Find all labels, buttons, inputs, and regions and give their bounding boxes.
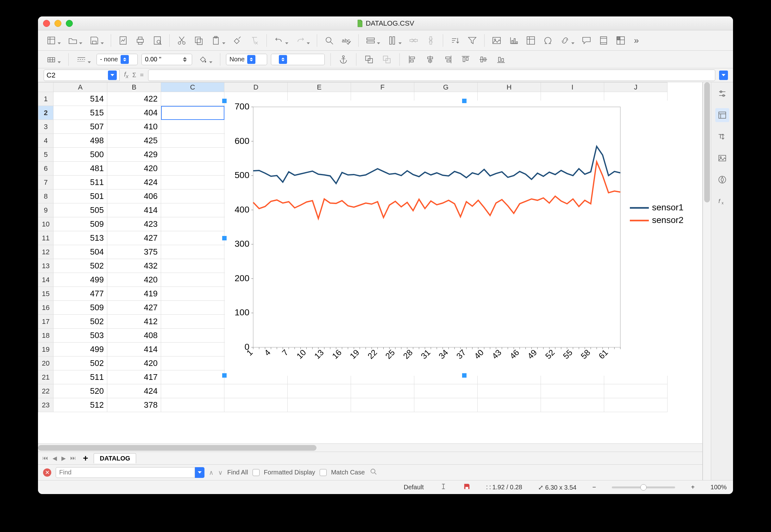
cell-A5[interactable]: 500 [53,148,107,162]
cell-B12[interactable]: 375 [107,245,161,259]
row-header-1[interactable]: 1 [38,92,53,106]
sheet-tab-datalog[interactable]: DATALOG [94,453,136,463]
row-header-7[interactable]: 7 [38,176,53,189]
print-preview-button[interactable] [150,34,164,47]
equals-button[interactable]: = [140,71,144,79]
cell-G22[interactable] [414,384,478,398]
align-left-button[interactable] [406,53,420,66]
find-prev-button[interactable]: ∧ [209,469,214,476]
cell-C7[interactable] [161,176,224,189]
column-header-A[interactable]: A [53,83,107,92]
column-header-G[interactable]: G [414,83,478,92]
align-center-button[interactable] [423,53,437,66]
resize-handle-n[interactable] [462,99,467,103]
find-all-button[interactable]: Find All [227,469,248,476]
clear-formatting-button[interactable] [247,34,261,47]
cell-B9[interactable]: 414 [107,203,161,217]
name-box[interactable]: C2 [44,70,120,81]
cell-C8[interactable] [161,189,224,203]
cell-C16[interactable] [161,301,224,315]
find-input[interactable] [56,467,195,478]
print-button[interactable] [133,34,147,47]
resize-handle-s[interactable] [462,373,467,378]
cell-B5[interactable]: 429 [107,148,161,162]
sidebar-functions-icon[interactable]: fx [715,194,729,208]
row-header-17[interactable]: 17 [38,315,53,329]
sort-button[interactable] [448,34,462,47]
row-header-21[interactable]: 21 [38,370,53,384]
cell-A16[interactable]: 509 [53,301,107,315]
cell-A23[interactable]: 512 [53,398,107,412]
row-header-12[interactable]: 12 [38,245,53,259]
cell-A4[interactable]: 498 [53,134,107,148]
row-header-22[interactable]: 22 [38,384,53,398]
horizontal-scrollbar[interactable] [38,443,702,452]
row-header-10[interactable]: 10 [38,217,53,231]
cell-C20[interactable] [161,356,224,370]
cell-E22[interactable] [288,384,351,398]
cell-F22[interactable] [351,384,414,398]
cell-A14[interactable]: 499 [53,273,107,287]
row-header-20[interactable]: 20 [38,356,53,370]
zoom-in-button[interactable]: + [691,484,695,491]
pivot-table-button[interactable] [524,34,538,47]
align-top-button[interactable] [459,53,473,66]
tab-first-button[interactable]: ⏮ [41,455,49,462]
cell-C17[interactable] [161,315,224,329]
row-header-5[interactable]: 5 [38,148,53,162]
cell-C13[interactable] [161,259,224,273]
zoom-out-button[interactable]: − [592,484,596,491]
fill-color-button[interactable] [196,53,214,66]
column-header-F[interactable]: F [351,83,414,92]
area-style-combo[interactable]: None [226,54,267,65]
cell-B18[interactable]: 408 [107,329,161,343]
cell-B15[interactable]: 419 [107,287,161,301]
line-style-combo[interactable]: - none [96,54,138,65]
cell-E23[interactable] [288,398,351,412]
cell-A11[interactable]: 513 [53,231,107,245]
insert-chart-button[interactable] [507,34,521,47]
cell-A9[interactable]: 505 [53,203,107,217]
find-next-button[interactable]: ∨ [218,469,223,476]
sidebar-gallery-icon[interactable] [715,151,729,165]
send-back-button[interactable] [380,53,394,66]
cell-C23[interactable] [161,398,224,412]
bring-front-button[interactable] [362,53,376,66]
redo-button[interactable] [293,34,312,47]
cell-C4[interactable] [161,134,224,148]
sidebar-navigator-icon[interactable] [715,173,729,187]
cell-C12[interactable] [161,245,224,259]
formula-dropdown[interactable] [719,71,728,80]
area-fill-combo[interactable] [271,54,325,65]
cell-B11[interactable]: 427 [107,231,161,245]
cell-A19[interactable]: 499 [53,343,107,356]
cell-I23[interactable] [541,398,604,412]
cell-D22[interactable] [224,384,288,398]
row-header-3[interactable]: 3 [38,120,53,134]
cell-F23[interactable] [351,398,414,412]
hyperlink-button[interactable] [558,34,576,47]
h-scroll-thumb[interactable] [38,445,316,451]
cell-C6[interactable] [161,162,224,176]
tab-next-button[interactable]: ▶ [60,455,67,462]
row-header-16[interactable]: 16 [38,301,53,315]
cell-C18[interactable] [161,329,224,343]
export-pdf-button[interactable] [116,34,130,47]
insert-image-button[interactable] [490,34,504,47]
cell-H23[interactable] [478,398,541,412]
cell-C21[interactable] [161,370,224,384]
cell-B2[interactable]: 404 [107,106,161,120]
function-wizard-button[interactable]: fx [124,71,128,80]
column-header-D[interactable]: D [224,83,288,92]
row-header-6[interactable]: 6 [38,162,53,176]
insert-column-button[interactable] [385,34,404,47]
cell-B4[interactable]: 425 [107,134,161,148]
find-dropdown[interactable] [195,467,204,478]
row-header-23[interactable]: 23 [38,398,53,412]
cell-A6[interactable]: 481 [53,162,107,176]
cell-C10[interactable] [161,217,224,231]
toolbar-overflow-button[interactable]: » [631,35,642,46]
add-sheet-button[interactable]: + [80,453,90,463]
find-search-icon[interactable] [369,467,377,477]
save-button[interactable] [87,34,106,47]
